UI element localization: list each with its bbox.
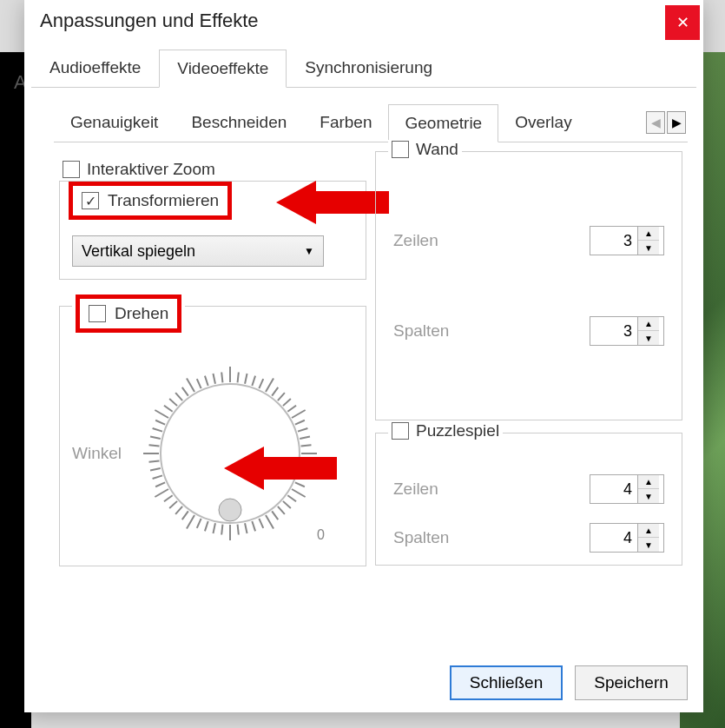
svg-line-27: [266, 515, 274, 529]
angle-label: Winkel: [72, 444, 122, 463]
close-icon: ✕: [676, 13, 689, 32]
puzzle-label: Puzzlespiel: [416, 421, 499, 440]
transform-select[interactable]: Vertikal spiegeln ▼: [72, 235, 324, 267]
svg-line-29: [252, 521, 255, 531]
svg-line-37: [187, 515, 194, 529]
spinner-up-button[interactable]: ▲: [638, 227, 659, 241]
svg-line-23: [287, 495, 296, 501]
svg-line-13: [295, 420, 305, 425]
subtab-geometry[interactable]: Geometrie: [388, 104, 498, 142]
spinner-down-button[interactable]: ▼: [638, 241, 659, 255]
subtab-scroll: ◀ ▶: [646, 111, 688, 134]
spinner-down-button[interactable]: ▼: [638, 489, 659, 503]
svg-line-26: [272, 511, 278, 520]
svg-line-33: [221, 525, 222, 535]
spinner-up-button[interactable]: ▲: [638, 475, 659, 489]
svg-point-62: [219, 499, 241, 521]
svg-line-49: [150, 436, 161, 438]
transform-label: Transformieren: [108, 191, 219, 210]
svg-line-46: [149, 461, 160, 462]
svg-line-28: [259, 519, 263, 528]
subtab-overlay[interactable]: Overlay: [498, 103, 588, 142]
interactive-zoom-checkbox[interactable]: [63, 161, 80, 178]
spinner-up-button[interactable]: ▲: [638, 524, 659, 538]
svg-line-59: [205, 376, 208, 386]
puzzle-cols-spinner[interactable]: ▲ ▼: [590, 523, 664, 553]
svg-line-7: [266, 378, 274, 392]
close-window-button[interactable]: ✕: [665, 5, 700, 40]
scroll-right-button[interactable]: ▶: [667, 111, 686, 134]
svg-line-11: [287, 406, 296, 412]
svg-line-53: [164, 406, 173, 412]
subtab-precision[interactable]: Genauigkeit: [54, 103, 175, 142]
titlebar: Anpassungen und Effekte ✕: [24, 0, 703, 42]
svg-line-51: [155, 420, 165, 425]
dialog-window: Anpassungen und Effekte ✕ Audioeffekte V…: [24, 0, 703, 712]
wand-checkbox[interactable]: [392, 141, 409, 158]
wand-cols-row: Spalten ▲ ▼: [393, 316, 664, 346]
wand-cols-spinner[interactable]: ▲ ▼: [590, 316, 664, 346]
dialog-footer: Schließen Speichern: [450, 665, 688, 700]
close-button[interactable]: Schließen: [450, 665, 563, 700]
svg-line-34: [213, 523, 214, 533]
transform-select-value: Vertikal spiegeln: [82, 242, 195, 261]
wand-group: Wand Zeilen ▲ ▼ Spalten: [375, 151, 682, 420]
svg-line-60: [213, 374, 214, 384]
sub-tabs: Genauigkeit Beschneiden Farben Geometrie…: [54, 103, 688, 142]
wand-rows-label: Zeilen: [393, 231, 438, 250]
wand-cols-label: Spalten: [393, 321, 449, 341]
interactive-zoom-row: Interaktiver Zoom: [63, 160, 366, 179]
transform-checkbox[interactable]: [82, 192, 99, 209]
tab-synchronization[interactable]: Synchronisierung: [287, 49, 451, 87]
svg-line-43: [155, 482, 165, 486]
svg-line-25: [278, 506, 285, 514]
svg-line-44: [153, 475, 162, 479]
annotation-arrow-transform: [276, 177, 389, 228]
svg-line-6: [259, 379, 263, 388]
triangle-left-icon: ◀: [651, 116, 661, 129]
chevron-down-icon: ▼: [304, 245, 314, 257]
subtab-crop[interactable]: Beschneiden: [175, 103, 303, 142]
puzzle-rows-input[interactable]: [590, 480, 637, 500]
wand-rows-row: Zeilen ▲ ▼: [393, 226, 664, 255]
wand-rows-spinner[interactable]: ▲ ▼: [590, 226, 664, 255]
spinner-up-button[interactable]: ▲: [638, 317, 659, 331]
svg-line-57: [187, 378, 194, 392]
svg-line-8: [272, 387, 278, 396]
interactive-zoom-label: Interaktiver Zoom: [87, 160, 215, 179]
svg-line-9: [278, 393, 285, 400]
puzzle-checkbox[interactable]: [392, 422, 409, 440]
rotate-highlight: Drehen: [76, 295, 181, 333]
left-column: Interaktiver Zoom Transformieren Vertika…: [59, 151, 366, 579]
rotate-label: Drehen: [115, 304, 168, 323]
svg-line-30: [245, 523, 247, 533]
puzzle-rows-row: Zeilen ▲ ▼: [393, 474, 664, 504]
subtab-colors[interactable]: Farben: [303, 103, 388, 142]
puzzle-cols-input[interactable]: [590, 528, 637, 548]
wand-rows-input[interactable]: [590, 231, 637, 251]
spinner-down-button[interactable]: ▼: [638, 538, 659, 552]
save-button[interactable]: Speichern: [575, 665, 688, 700]
svg-line-41: [164, 495, 173, 501]
svg-line-55: [175, 393, 182, 400]
svg-line-40: [169, 501, 177, 508]
right-column: Wand Zeilen ▲ ▼ Spalten: [375, 151, 682, 579]
svg-line-52: [155, 410, 168, 418]
svg-line-15: [300, 436, 310, 438]
svg-line-10: [283, 399, 291, 406]
svg-line-14: [298, 428, 307, 432]
tab-audio-effects[interactable]: Audioeffekte: [31, 49, 159, 87]
video-effects-panel: Genauigkeit Beschneiden Farben Geometrie…: [54, 103, 688, 579]
rotate-checkbox[interactable]: [89, 305, 106, 322]
scroll-left-button[interactable]: ◀: [646, 111, 665, 134]
wand-cols-input[interactable]: [590, 321, 637, 341]
svg-line-3: [238, 373, 239, 383]
svg-marker-0: [276, 181, 389, 224]
svg-line-54: [169, 399, 177, 406]
spinner-down-button[interactable]: ▼: [638, 331, 659, 345]
puzzle-rows-spinner[interactable]: ▲ ▼: [590, 474, 664, 504]
geometry-content: Interaktiver Zoom Transformieren Vertika…: [54, 142, 688, 579]
svg-line-35: [205, 521, 208, 531]
tab-video-effects[interactable]: Videoeffekte: [159, 50, 287, 88]
svg-line-31: [238, 525, 239, 535]
